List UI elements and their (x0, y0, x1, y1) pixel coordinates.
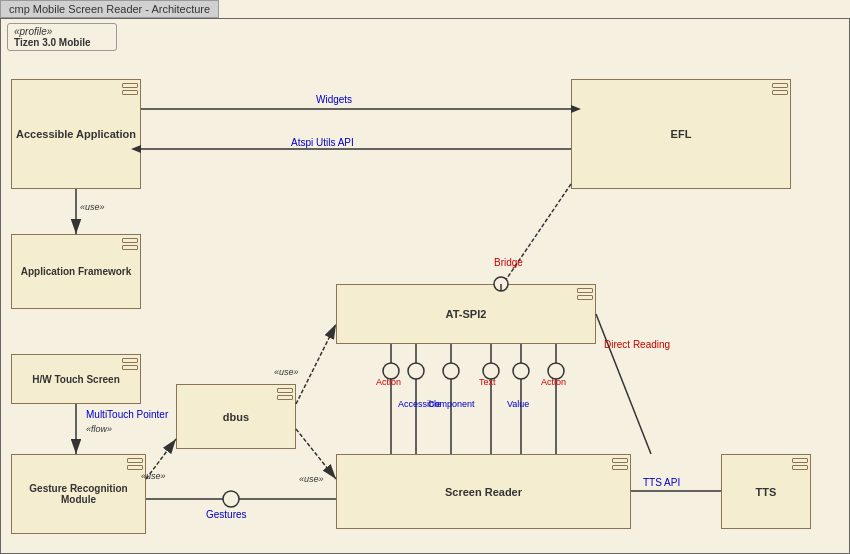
hw-touch-screen-box: H/W Touch Screen (11, 354, 141, 404)
app-framework-label: Application Framework (21, 266, 132, 277)
gestures-label: Gestures (206, 509, 247, 520)
component-icon-tts (792, 458, 806, 470)
flow-stereotype: «flow» (86, 424, 112, 434)
component-icon-dbus (277, 388, 291, 400)
value-label: Value (507, 399, 529, 409)
profile-name: Tizen 3.0 Mobile (14, 37, 110, 48)
svg-line-6 (501, 184, 571, 287)
atspi-utils-api-label: Atspi Utils API (291, 137, 354, 148)
action2-label: Action (541, 377, 566, 387)
tts-label: TTS (756, 486, 777, 498)
profile-stereotype: «profile» (14, 26, 110, 37)
profile-box: «profile» Tizen 3.0 Mobile (7, 23, 117, 51)
tts-api-label: TTS API (643, 477, 680, 488)
component-icon-accessible-app (122, 83, 136, 95)
component-label: Component (428, 399, 475, 409)
component-icon-efl (772, 83, 786, 95)
diagram-area: «profile» Tizen 3.0 Mobile Accessible Ap… (0, 18, 850, 554)
screen-reader-box: Screen Reader (336, 454, 631, 529)
use-dbus-screenreader: «use» (299, 474, 324, 484)
multitouch-label: MultiTouch Pointer (86, 409, 168, 420)
component-icon-screen-reader (612, 458, 626, 470)
use-stereotype-1: «use» (80, 202, 105, 212)
svg-line-9 (296, 324, 336, 404)
accessible-app-box: Accessible Application (11, 79, 141, 189)
tts-box: TTS (721, 454, 811, 529)
svg-point-13 (408, 363, 424, 379)
use-dbus-atspi: «use» (274, 367, 299, 377)
direct-reading-label: Direct Reading (604, 339, 670, 350)
dbus-label: dbus (223, 411, 249, 423)
efl-box: EFL (571, 79, 791, 189)
use-gesture-dbus: «use» (141, 471, 166, 481)
component-icon-app-framework (122, 238, 136, 250)
app-framework-box: Application Framework (11, 234, 141, 309)
accessible-app-label: Accessible Application (16, 128, 136, 140)
svg-point-15 (443, 363, 459, 379)
title-bar: cmp Mobile Screen Reader - Architecture (0, 0, 219, 18)
title-text: cmp Mobile Screen Reader - Architecture (9, 3, 210, 15)
component-icon-gesture (127, 458, 141, 470)
bridge-label: Bridge (494, 257, 523, 268)
dbus-box: dbus (176, 384, 296, 449)
svg-point-25 (223, 491, 239, 507)
component-icon-at-spi2 (577, 288, 591, 300)
svg-line-22 (596, 314, 651, 454)
svg-line-27 (296, 429, 336, 479)
text-label: Text (479, 377, 496, 387)
gesture-label: Gesture Recognition Module (12, 483, 145, 505)
at-spi2-label: AT-SPI2 (446, 308, 487, 320)
widgets-label: Widgets (316, 94, 352, 105)
hw-touch-label: H/W Touch Screen (32, 374, 120, 385)
at-spi2-box: AT-SPI2 (336, 284, 596, 344)
action1-label: Action (376, 377, 401, 387)
svg-point-19 (513, 363, 529, 379)
efl-label: EFL (671, 128, 692, 140)
gesture-recognition-box: Gesture Recognition Module (11, 454, 146, 534)
component-icon-hw-touch (122, 358, 136, 370)
screen-reader-label: Screen Reader (445, 486, 522, 498)
